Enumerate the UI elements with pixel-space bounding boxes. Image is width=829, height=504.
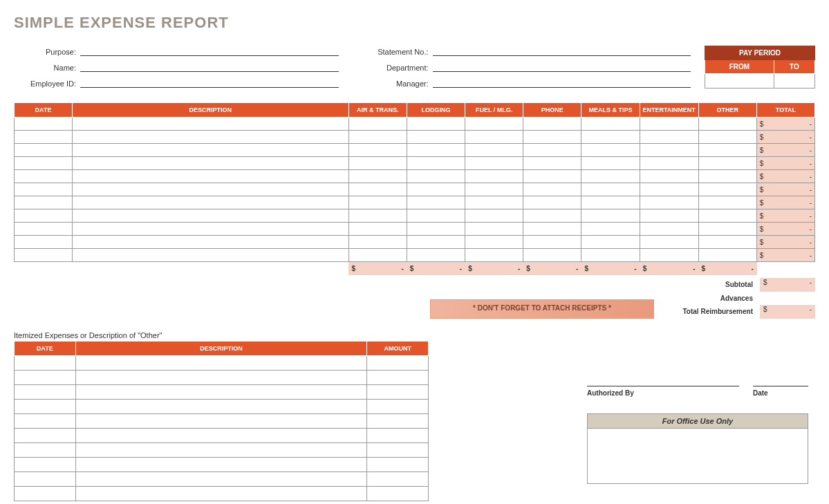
expense-cell[interactable]: [407, 196, 465, 209]
expense-cell[interactable]: [15, 196, 73, 209]
expense-cell[interactable]: [407, 249, 465, 262]
expense-cell[interactable]: [15, 170, 73, 183]
expense-cell[interactable]: [73, 157, 348, 170]
expense-cell[interactable]: [698, 118, 756, 131]
expense-cell[interactable]: [15, 223, 73, 236]
expense-cell[interactable]: [407, 183, 465, 196]
itemized-cell[interactable]: [15, 458, 76, 472]
expense-cell[interactable]: [523, 118, 581, 131]
expense-cell[interactable]: [73, 249, 348, 262]
expense-cell[interactable]: [15, 249, 73, 262]
expense-cell[interactable]: [348, 236, 407, 249]
expense-cell[interactable]: [640, 157, 698, 170]
expense-cell[interactable]: [465, 183, 523, 196]
itemized-cell[interactable]: [15, 487, 76, 501]
expense-cell[interactable]: [73, 131, 348, 144]
itemized-cell[interactable]: [75, 371, 367, 385]
expense-cell[interactable]: [15, 183, 73, 196]
itemized-cell[interactable]: [367, 371, 429, 385]
expense-cell[interactable]: [73, 170, 348, 183]
itemized-cell[interactable]: [75, 429, 367, 443]
expense-cell[interactable]: [15, 131, 73, 144]
expense-cell[interactable]: [15, 236, 73, 249]
expense-cell[interactable]: [698, 236, 756, 249]
itemized-cell[interactable]: [367, 429, 429, 443]
expense-cell[interactable]: [73, 183, 348, 196]
expense-cell[interactable]: [640, 131, 698, 144]
expense-cell[interactable]: [73, 209, 348, 223]
expense-cell[interactable]: [348, 118, 407, 131]
expense-cell[interactable]: [407, 209, 465, 223]
itemized-cell[interactable]: [15, 443, 76, 458]
expense-cell[interactable]: [581, 209, 640, 223]
expense-cell[interactable]: [523, 249, 581, 262]
expense-cell[interactable]: [640, 196, 698, 209]
input-employee-id[interactable]: [80, 77, 339, 88]
expense-cell[interactable]: [698, 183, 756, 196]
expense-cell[interactable]: [465, 170, 523, 183]
itemized-cell[interactable]: [75, 458, 367, 472]
expense-cell[interactable]: [348, 183, 407, 196]
expense-cell[interactable]: [581, 196, 640, 209]
input-purpose[interactable]: [80, 46, 339, 56]
expense-cell[interactable]: [581, 131, 640, 144]
expense-cell[interactable]: [15, 209, 73, 223]
expense-cell[interactable]: [73, 196, 348, 209]
expense-cell[interactable]: [640, 144, 698, 157]
expense-cell[interactable]: [581, 144, 640, 157]
expense-cell[interactable]: [407, 236, 465, 249]
expense-cell[interactable]: [407, 223, 465, 236]
expense-cell[interactable]: [73, 118, 348, 131]
pay-period-from-input[interactable]: [705, 74, 774, 88]
itemized-cell[interactable]: [367, 443, 429, 458]
input-statement-no[interactable]: [433, 46, 691, 56]
expense-cell[interactable]: [523, 236, 581, 249]
expense-cell[interactable]: [581, 183, 640, 196]
expense-cell[interactable]: [15, 144, 73, 157]
expense-cell[interactable]: [581, 249, 640, 262]
expense-cell[interactable]: [523, 131, 581, 144]
itemized-cell[interactable]: [367, 487, 429, 501]
itemized-cell[interactable]: [15, 429, 76, 443]
itemized-cell[interactable]: [367, 414, 429, 429]
itemized-cell[interactable]: [75, 414, 367, 429]
itemized-cell[interactable]: [75, 443, 367, 458]
expense-cell[interactable]: [348, 131, 407, 144]
expense-cell[interactable]: [640, 209, 698, 223]
expense-cell[interactable]: [465, 249, 523, 262]
expense-cell[interactable]: [348, 157, 407, 170]
expense-cell[interactable]: [348, 249, 407, 262]
itemized-cell[interactable]: [75, 356, 367, 371]
expense-cell[interactable]: [348, 196, 407, 209]
pay-period-to-input[interactable]: [774, 74, 814, 88]
input-department[interactable]: [433, 62, 691, 72]
itemized-cell[interactable]: [75, 400, 367, 414]
expense-cell[interactable]: [698, 209, 756, 223]
expense-cell[interactable]: [698, 170, 756, 183]
expense-cell[interactable]: [465, 209, 523, 223]
expense-cell[interactable]: [15, 118, 73, 131]
expense-cell[interactable]: [407, 131, 465, 144]
expense-cell[interactable]: [73, 223, 348, 236]
expense-cell[interactable]: [581, 118, 640, 131]
itemized-cell[interactable]: [15, 385, 76, 400]
expense-cell[interactable]: [407, 157, 465, 170]
expense-cell[interactable]: [465, 144, 523, 157]
itemized-cell[interactable]: [15, 414, 76, 429]
expense-cell[interactable]: [465, 131, 523, 144]
itemized-cell[interactable]: [15, 371, 76, 385]
expense-cell[interactable]: [698, 157, 756, 170]
expense-cell[interactable]: [465, 196, 523, 209]
expense-cell[interactable]: [640, 249, 698, 262]
expense-cell[interactable]: [698, 196, 756, 209]
expense-cell[interactable]: [73, 144, 348, 157]
expense-cell[interactable]: [348, 144, 407, 157]
expense-cell[interactable]: [523, 209, 581, 223]
expense-cell[interactable]: [581, 236, 640, 249]
input-name[interactable]: [80, 62, 339, 72]
expense-cell[interactable]: [465, 223, 523, 236]
expense-cell[interactable]: [581, 157, 640, 170]
itemized-cell[interactable]: [15, 400, 76, 414]
advances-value[interactable]: [760, 292, 815, 304]
expense-cell[interactable]: [640, 223, 698, 236]
